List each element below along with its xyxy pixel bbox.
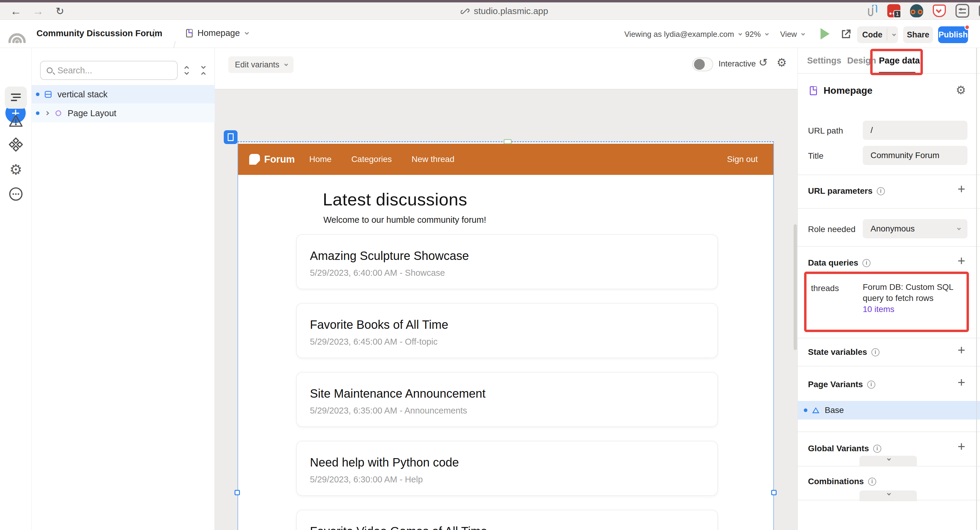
pocket-extension-icon[interactable]	[933, 5, 946, 17]
resize-handle-right[interactable]	[771, 490, 776, 495]
page-icon	[186, 29, 192, 37]
link-icon	[461, 6, 470, 16]
chevron-down-icon	[738, 32, 742, 36]
variant-row-base[interactable]: Base	[798, 401, 980, 420]
thread-meta: 5/29/2023, 6:40:00 AM - Showcase	[310, 268, 718, 278]
tree-search[interactable]	[40, 61, 178, 80]
info-icon[interactable]: i	[867, 381, 875, 389]
nav-categories[interactable]: Categories	[351, 155, 391, 164]
viewing-as-menu[interactable]: Viewing as lydia@example.com	[624, 30, 741, 39]
info-icon[interactable]: i	[873, 445, 881, 453]
outline-tab[interactable]	[0, 90, 32, 105]
back-icon[interactable]: ←	[10, 2, 22, 20]
page-switcher[interactable]: Homepage	[186, 28, 248, 38]
page-settings-icon[interactable]: ⚙	[956, 85, 966, 96]
tree-row-vertical-stack[interactable]: vertical stack	[32, 85, 215, 104]
extensions-icon[interactable]	[956, 4, 969, 18]
info-icon[interactable]: i	[872, 348, 880, 356]
lastpass-extension-icon[interactable]: •••1	[887, 4, 900, 18]
chevron-down-icon	[957, 227, 961, 230]
add-page-variant-button[interactable]: +	[958, 378, 965, 387]
skull-extension-icon[interactable]	[910, 4, 923, 18]
thread-list: Amazing Sculpture Showcase 5/29/2023, 6:…	[296, 234, 718, 530]
outline-panel: vertical stack Page Layout	[32, 48, 215, 530]
canvas-scrollbar[interactable]	[794, 224, 797, 350]
thread-card[interactable]: Favorite Books of All Time 5/29/2023, 6:…	[296, 303, 718, 358]
warning-icon	[8, 113, 24, 129]
frame-width-handle[interactable]	[504, 139, 512, 144]
title-input[interactable]: Community Forum	[863, 146, 967, 165]
chevron-down-icon	[887, 457, 891, 461]
page-frame[interactable]: Forum Home Categories New thread Sign ou…	[237, 141, 774, 530]
thread-title: Need help with Python code	[310, 456, 718, 469]
frame-icon	[228, 133, 234, 141]
project-menu-icon[interactable]: ⋮	[149, 27, 159, 39]
canvas-settings-icon[interactable]: ⚙	[776, 57, 787, 68]
page-variants-header: Page Variantsi	[808, 380, 875, 389]
notification-dot	[964, 24, 970, 30]
studio-toolbar: Community Discussion Forum ⋮ Homepage Vi…	[0, 20, 980, 48]
collapse-all-icon[interactable]	[198, 64, 209, 77]
thread-card[interactable]: Need help with Python code 5/29/2023, 6:…	[296, 441, 718, 496]
add-url-parameter-button[interactable]: +	[958, 184, 965, 193]
clip-extension-icon[interactable]	[867, 5, 878, 17]
tab-settings[interactable]: Settings	[807, 56, 841, 65]
title-label: Title	[808, 151, 824, 161]
thread-card[interactable]: Amazing Sculpture Showcase 5/29/2023, 6:…	[296, 234, 718, 289]
share-button[interactable]: Share	[903, 26, 933, 43]
more-icon	[8, 186, 24, 202]
nav-new-thread[interactable]: New thread	[412, 155, 454, 164]
code-button[interactable]: Code	[857, 26, 898, 43]
thread-card[interactable]: Site Maintenance Announcement 5/29/2023,…	[296, 372, 718, 427]
chevron-down-icon	[765, 32, 769, 36]
reload-icon[interactable]: ↻	[56, 2, 64, 20]
data-query-name[interactable]: threads	[811, 284, 839, 293]
open-in-new-icon[interactable]	[840, 28, 852, 40]
add-state-variable-button[interactable]: +	[958, 346, 965, 354]
info-icon[interactable]: i	[877, 187, 885, 195]
more-tab[interactable]	[0, 186, 32, 202]
nav-home[interactable]: Home	[309, 155, 332, 164]
interactive-toggle[interactable]	[692, 57, 713, 71]
zoom-menu[interactable]: 92%	[745, 30, 768, 39]
edit-variants-button[interactable]: Edit variants	[228, 56, 293, 73]
global-variants-expander[interactable]	[859, 456, 917, 466]
data-query-items-link[interactable]: 10 items	[863, 305, 894, 314]
view-menu[interactable]: View	[780, 30, 804, 39]
address-bar[interactable]: studio.plasmic.app	[461, 2, 548, 20]
thread-card[interactable]: Favorite Video Games of All Time 5/29/20…	[296, 510, 718, 530]
role-needed-select[interactable]: Anonymous	[863, 219, 967, 238]
sort-rows-icon[interactable]	[181, 64, 192, 77]
url-path-input[interactable]: /	[863, 121, 967, 140]
thread-meta: 5/29/2023, 6:35:00 AM - Announcements	[310, 406, 718, 416]
info-icon[interactable]: i	[862, 259, 870, 267]
project-name[interactable]: Community Discussion Forum	[37, 29, 162, 38]
chevron-right-icon[interactable]	[45, 111, 49, 115]
add-data-query-button[interactable]: +	[958, 256, 965, 265]
search-input[interactable]	[57, 65, 159, 75]
panel-scrollbar[interactable]	[976, 48, 977, 530]
preview-play-icon[interactable]	[821, 28, 829, 40]
sidebar-toggle-icon[interactable]	[979, 5, 980, 17]
info-icon[interactable]: i	[868, 477, 876, 486]
data-query-desc[interactable]: Forum DB: Custom SQL query to fetch rows…	[863, 281, 967, 315]
frame-handle-button[interactable]	[224, 130, 237, 144]
forward-icon[interactable]: →	[32, 2, 44, 20]
thread-meta: 5/29/2023, 6:30:00 AM - Help	[310, 475, 718, 484]
page-header-row: Homepage	[810, 85, 873, 96]
components-tab[interactable]	[0, 137, 32, 153]
add-global-variant-button[interactable]: +	[958, 442, 965, 451]
refresh-icon[interactable]: ↺	[759, 56, 768, 69]
issues-tab[interactable]	[0, 113, 32, 129]
resize-handle-left[interactable]	[234, 490, 240, 495]
sign-out-link[interactable]: Sign out	[727, 155, 758, 164]
plasmic-logo[interactable]	[7, 24, 27, 44]
left-icon-rail: + ⚙	[0, 48, 32, 530]
vstack-icon	[44, 90, 52, 99]
publish-button[interactable]: Publish	[938, 26, 968, 43]
tree-row-page-layout[interactable]: Page Layout	[32, 104, 215, 123]
page-title: Homepage	[824, 85, 873, 96]
settings-tab[interactable]: ⚙	[0, 162, 32, 177]
outline-icon	[8, 90, 23, 105]
variant-label: Base	[825, 405, 844, 415]
